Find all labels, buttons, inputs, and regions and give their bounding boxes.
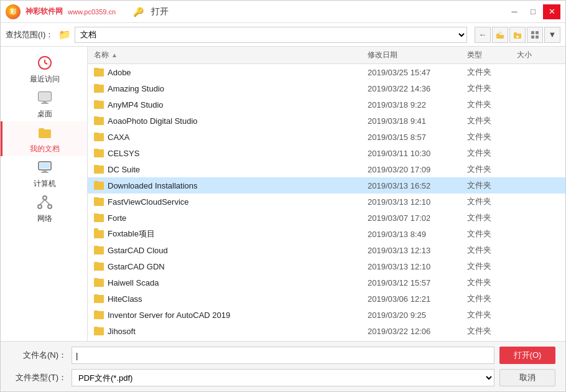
- table-row[interactable]: Amazing Studio 2019/03/22 14:36 文件夹: [88, 80, 565, 96]
- new-folder-button[interactable]: [509, 27, 526, 43]
- file-name-cell: AnyMP4 Studio: [90, 100, 364, 110]
- table-row[interactable]: HiteClass 2019/03/06 12:21 文件夹: [88, 291, 565, 307]
- file-name: DC Suite: [108, 165, 140, 174]
- table-row[interactable]: GstarCAD GDN 2019/03/13 12:10 文件夹: [88, 258, 565, 274]
- folder-icon: [94, 149, 104, 157]
- folder-icon: [94, 279, 104, 287]
- table-row[interactable]: AnyMP4 Studio 2019/03/18 9:22 文件夹: [88, 96, 565, 113]
- filetype-select[interactable]: PDF文件(*.pdf)所有文件(*.*): [72, 369, 494, 386]
- minimize-button[interactable]: ─: [506, 4, 523, 19]
- up-folder-button[interactable]: [492, 27, 508, 43]
- network-icon: [36, 194, 53, 211]
- file-date-cell: 2019/03/18 9:41: [364, 116, 463, 126]
- file-type-cell: 文件夹: [463, 196, 513, 207]
- open-button[interactable]: 打开(O): [499, 347, 555, 364]
- recent-icon: [36, 54, 53, 72]
- sidebar-item-mydocs[interactable]: 我的文档: [1, 121, 87, 156]
- path-selector-area: 📁 文档: [58, 27, 467, 43]
- table-row[interactable]: DC Suite 2019/03/20 17:09 文件夹: [88, 161, 565, 177]
- file-type-cell: 文件夹: [463, 115, 513, 126]
- path-folder-icon: 📁: [58, 29, 71, 40]
- sidebar-item-desktop[interactable]: 桌面: [1, 86, 87, 121]
- sidebar-item-computer[interactable]: 计算机: [1, 156, 87, 191]
- col-name: 名称 ▲: [90, 50, 364, 60]
- file-name-cell: AoaoPhoto Digital Studio: [90, 116, 364, 126]
- file-name-cell: Haiwell Scada: [90, 278, 364, 287]
- nav-buttons: ← ▼: [475, 27, 560, 43]
- folder-icon: [94, 263, 104, 271]
- cancel-button[interactable]: 取消: [499, 369, 555, 386]
- file-type-cell: 文件夹: [463, 325, 513, 337]
- file-date-cell: 2019/03/22 12:06: [364, 327, 463, 336]
- view-button[interactable]: [527, 27, 543, 43]
- table-row[interactable]: AoaoPhoto Digital Studio 2019/03/18 9:41…: [88, 113, 565, 129]
- table-row[interactable]: Haiwell Scada 2019/03/12 15:57 文件夹: [88, 274, 565, 291]
- file-date-cell: 2019/03/22 14:36: [364, 84, 463, 93]
- sidebar-label-network: 网络: [37, 213, 52, 224]
- watermark-url: www.pc0359.cn: [68, 8, 116, 16]
- folder-icon: [94, 214, 104, 222]
- table-row[interactable]: CELSYS 2019/03/11 10:30 文件夹: [88, 145, 565, 161]
- file-name-cell: CELSYS: [90, 149, 364, 158]
- col-date: 修改日期: [364, 50, 463, 60]
- table-row[interactable]: Adobe 2019/03/25 15:47 文件夹: [88, 64, 565, 80]
- file-name: Foxtable项目: [108, 228, 155, 240]
- table-row[interactable]: Downloaded Installations 2019/03/13 16:5…: [88, 177, 565, 194]
- file-list-body[interactable]: Adobe 2019/03/25 15:47 文件夹 Amazing Studi…: [88, 64, 565, 341]
- filename-input[interactable]: [72, 347, 494, 364]
- sort-arrow: ▲: [111, 52, 118, 58]
- file-date-cell: 2019/03/25 15:47: [364, 68, 463, 77]
- folder-icon: [94, 101, 104, 109]
- filetype-label: 文件类型(T)：: [11, 372, 67, 383]
- table-row[interactable]: FastViewCloudService 2019/03/13 12:10 文件…: [88, 194, 565, 210]
- svg-rect-18: [39, 129, 51, 138]
- svg-point-24: [43, 196, 47, 200]
- mydocs-icon: [36, 124, 53, 141]
- file-name: Adobe: [108, 68, 131, 77]
- file-name: AnyMP4 Studio: [108, 100, 164, 110]
- file-type-cell: 文件夹: [463, 245, 513, 256]
- file-date-cell: 2019/03/07 17:02: [364, 213, 463, 223]
- path-select[interactable]: 文档: [75, 27, 467, 43]
- file-date-cell: 2019/03/12 15:57: [364, 278, 463, 287]
- table-row[interactable]: Forte 2019/03/07 17:02 文件夹: [88, 210, 565, 226]
- file-date-cell: 2019/03/06 12:21: [364, 294, 463, 304]
- svg-rect-17: [41, 103, 49, 104]
- file-name: HiteClass: [108, 294, 142, 304]
- svg-rect-16: [43, 101, 47, 103]
- filename-label: 文件名(N)：: [11, 350, 67, 361]
- svg-line-28: [45, 200, 50, 205]
- sidebar-item-network[interactable]: 网络: [1, 191, 87, 226]
- bottom-area: 文件名(N)： 打开(O) 文件类型(T)： PDF文件(*.pdf)所有文件(…: [1, 341, 565, 391]
- svg-rect-21: [40, 163, 50, 169]
- sidebar-item-recent[interactable]: 最近访问: [1, 52, 87, 86]
- file-type-cell: 文件夹: [463, 212, 513, 223]
- svg-rect-7: [531, 31, 534, 34]
- close-button[interactable]: ✕: [543, 4, 560, 19]
- view-dropdown-button[interactable]: ▼: [544, 27, 560, 43]
- table-row[interactable]: CAXA 2019/03/15 8:57 文件夹: [88, 129, 565, 145]
- file-date-cell: 2019/03/11 10:30: [364, 149, 463, 158]
- file-date-cell: 2019/03/20 17:09: [364, 165, 463, 174]
- table-row[interactable]: Foxtable项目 2019/03/13 8:49 文件夹: [88, 226, 565, 242]
- folder-icon: [94, 198, 104, 206]
- file-name-cell: Forte: [90, 213, 364, 223]
- file-type-cell: 文件夹: [463, 261, 513, 272]
- title-bar-left: 彩 神彩软件网 www.pc0359.cn 🔑 打开: [1, 4, 169, 19]
- watermark-text: 神彩软件网: [26, 6, 63, 17]
- table-row[interactable]: Jihosoft 2019/03/22 12:06 文件夹: [88, 323, 565, 339]
- file-type-cell: 文件夹: [463, 99, 513, 110]
- table-row[interactable]: Inventor Server for AutoCAD 2019 2019/03…: [88, 307, 565, 323]
- sidebar-label-desktop: 桌面: [37, 109, 52, 119]
- folder-icon: [94, 327, 104, 335]
- file-type-cell: 文件夹: [463, 228, 513, 240]
- file-name: Jihosoft: [108, 327, 136, 336]
- maximize-button[interactable]: □: [524, 4, 542, 19]
- svg-line-27: [40, 200, 45, 205]
- file-type-cell: 文件夹: [463, 277, 513, 288]
- file-type-cell: 文件夹: [463, 164, 513, 175]
- svg-rect-23: [41, 172, 49, 173]
- table-row[interactable]: GstarCAD Cloud 2019/03/13 12:13 文件夹: [88, 242, 565, 258]
- back-button[interactable]: ←: [475, 27, 491, 43]
- file-type-cell: 文件夹: [463, 83, 513, 94]
